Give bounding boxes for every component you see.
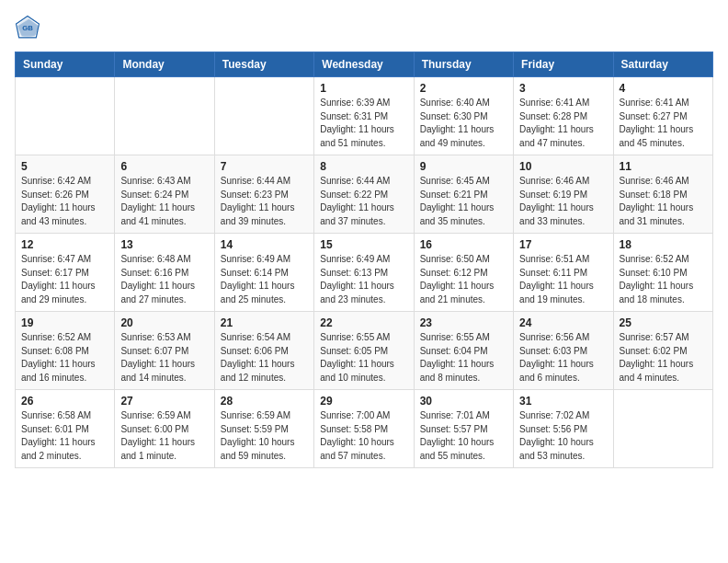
calendar-cell: 15Sunrise: 6:49 AMSunset: 6:13 PMDayligh… <box>314 234 414 312</box>
day-number: 3 <box>519 82 607 95</box>
day-number: 17 <box>519 238 607 251</box>
day-number: 27 <box>120 395 208 408</box>
calendar-cell: 2Sunrise: 6:40 AMSunset: 6:30 PMDaylight… <box>414 77 513 155</box>
day-number: 16 <box>420 238 507 251</box>
day-info: Sunrise: 6:49 AMSunset: 6:13 PMDaylight:… <box>320 253 407 306</box>
day-info: Sunrise: 6:41 AMSunset: 6:27 PMDaylight:… <box>620 97 707 150</box>
day-number: 23 <box>420 316 507 329</box>
calendar-cell <box>16 77 115 155</box>
day-info: Sunrise: 6:55 AMSunset: 6:05 PMDaylight:… <box>320 331 407 385</box>
day-number: 24 <box>519 316 607 329</box>
day-info: Sunrise: 6:44 AMSunset: 6:22 PMDaylight:… <box>320 175 407 228</box>
calendar-cell: 7Sunrise: 6:44 AMSunset: 6:23 PMDaylight… <box>214 155 313 234</box>
calendar-cell: 4Sunrise: 6:41 AMSunset: 6:27 PMDaylight… <box>613 77 712 155</box>
day-info: Sunrise: 6:47 AMSunset: 6:17 PMDaylight:… <box>21 253 108 306</box>
day-number: 12 <box>21 238 108 251</box>
calendar-cell: 23Sunrise: 6:55 AMSunset: 6:04 PMDayligh… <box>414 312 513 390</box>
day-number: 25 <box>620 316 707 329</box>
calendar-cell: 18Sunrise: 6:52 AMSunset: 6:10 PMDayligh… <box>613 234 712 312</box>
day-header-monday: Monday <box>115 52 214 77</box>
day-number: 28 <box>221 395 308 408</box>
calendar-cell: 14Sunrise: 6:49 AMSunset: 6:14 PMDayligh… <box>214 234 313 312</box>
day-number: 11 <box>620 160 707 173</box>
day-info: Sunrise: 7:02 AMSunset: 5:56 PMDaylight:… <box>519 409 607 463</box>
day-info: Sunrise: 6:44 AMSunset: 6:23 PMDaylight:… <box>221 175 308 228</box>
calendar-cell: 16Sunrise: 6:50 AMSunset: 6:12 PMDayligh… <box>414 234 513 312</box>
calendar-cell: 19Sunrise: 6:52 AMSunset: 6:08 PMDayligh… <box>16 312 115 390</box>
calendar-cell: 24Sunrise: 6:56 AMSunset: 6:03 PMDayligh… <box>514 312 613 390</box>
day-number: 13 <box>120 238 208 251</box>
calendar-cell: 20Sunrise: 6:53 AMSunset: 6:07 PMDayligh… <box>115 312 214 390</box>
logo-icon: GB <box>15 15 40 40</box>
day-info: Sunrise: 6:46 AMSunset: 6:18 PMDaylight:… <box>620 175 707 228</box>
day-info: Sunrise: 6:59 AMSunset: 6:00 PMDaylight:… <box>120 409 208 463</box>
calendar-cell: 25Sunrise: 6:57 AMSunset: 6:02 PMDayligh… <box>613 312 712 390</box>
day-info: Sunrise: 6:53 AMSunset: 6:07 PMDaylight:… <box>120 331 208 385</box>
day-number: 14 <box>221 238 308 251</box>
day-number: 29 <box>320 395 407 408</box>
calendar-cell: 10Sunrise: 6:46 AMSunset: 6:19 PMDayligh… <box>514 155 613 234</box>
calendar-cell <box>613 390 712 468</box>
calendar-cell: 8Sunrise: 6:44 AMSunset: 6:22 PMDaylight… <box>314 155 414 234</box>
day-info: Sunrise: 6:48 AMSunset: 6:16 PMDaylight:… <box>120 253 208 306</box>
calendar-cell: 11Sunrise: 6:46 AMSunset: 6:18 PMDayligh… <box>613 155 712 234</box>
calendar-cell: 27Sunrise: 6:59 AMSunset: 6:00 PMDayligh… <box>115 390 214 468</box>
day-number: 1 <box>320 82 407 95</box>
day-info: Sunrise: 6:42 AMSunset: 6:26 PMDaylight:… <box>21 175 108 228</box>
day-header-tuesday: Tuesday <box>214 52 313 77</box>
calendar-week-1: 1Sunrise: 6:39 AMSunset: 6:31 PMDaylight… <box>16 77 713 155</box>
day-info: Sunrise: 6:43 AMSunset: 6:24 PMDaylight:… <box>120 175 208 228</box>
calendar-cell: 3Sunrise: 6:41 AMSunset: 6:28 PMDaylight… <box>514 77 613 155</box>
calendar-cell: 21Sunrise: 6:54 AMSunset: 6:06 PMDayligh… <box>214 312 313 390</box>
day-info: Sunrise: 6:46 AMSunset: 6:19 PMDaylight:… <box>519 175 607 228</box>
calendar-cell: 1Sunrise: 6:39 AMSunset: 6:31 PMDaylight… <box>314 77 414 155</box>
day-info: Sunrise: 6:41 AMSunset: 6:28 PMDaylight:… <box>519 97 607 150</box>
calendar-cell: 12Sunrise: 6:47 AMSunset: 6:17 PMDayligh… <box>16 234 115 312</box>
day-header-wednesday: Wednesday <box>314 52 414 77</box>
calendar-week-4: 19Sunrise: 6:52 AMSunset: 6:08 PMDayligh… <box>16 312 713 390</box>
day-number: 22 <box>320 316 407 329</box>
calendar-table: SundayMondayTuesdayWednesdayThursdayFrid… <box>15 52 713 468</box>
day-number: 15 <box>320 238 407 251</box>
calendar-cell: 26Sunrise: 6:58 AMSunset: 6:01 PMDayligh… <box>16 390 115 468</box>
day-number: 7 <box>221 160 308 173</box>
day-info: Sunrise: 6:56 AMSunset: 6:03 PMDaylight:… <box>519 331 607 385</box>
day-number: 19 <box>21 316 108 329</box>
calendar-cell: 31Sunrise: 7:02 AMSunset: 5:56 PMDayligh… <box>514 390 613 468</box>
day-info: Sunrise: 6:40 AMSunset: 6:30 PMDaylight:… <box>420 97 507 150</box>
calendar-cell <box>115 77 214 155</box>
day-number: 18 <box>620 238 707 251</box>
logo: GB <box>15 15 44 40</box>
day-info: Sunrise: 6:57 AMSunset: 6:02 PMDaylight:… <box>620 331 707 385</box>
day-number: 2 <box>420 82 507 95</box>
day-number: 8 <box>320 160 407 173</box>
day-info: Sunrise: 6:58 AMSunset: 6:01 PMDaylight:… <box>21 409 108 463</box>
day-info: Sunrise: 6:49 AMSunset: 6:14 PMDaylight:… <box>221 253 308 306</box>
day-number: 5 <box>21 160 108 173</box>
day-number: 31 <box>519 395 607 408</box>
calendar-header-row: SundayMondayTuesdayWednesdayThursdayFrid… <box>16 52 713 77</box>
calendar-cell: 30Sunrise: 7:01 AMSunset: 5:57 PMDayligh… <box>414 390 513 468</box>
calendar-cell: 29Sunrise: 7:00 AMSunset: 5:58 PMDayligh… <box>314 390 414 468</box>
calendar-cell: 22Sunrise: 6:55 AMSunset: 6:05 PMDayligh… <box>314 312 414 390</box>
day-header-saturday: Saturday <box>613 52 712 77</box>
day-number: 4 <box>620 82 707 95</box>
day-info: Sunrise: 6:59 AMSunset: 5:59 PMDaylight:… <box>221 409 308 463</box>
day-number: 30 <box>420 395 507 408</box>
day-info: Sunrise: 7:00 AMSunset: 5:58 PMDaylight:… <box>320 409 407 463</box>
day-number: 26 <box>21 395 108 408</box>
day-info: Sunrise: 6:52 AMSunset: 6:10 PMDaylight:… <box>620 253 707 306</box>
calendar-cell: 5Sunrise: 6:42 AMSunset: 6:26 PMDaylight… <box>16 155 115 234</box>
calendar-week-2: 5Sunrise: 6:42 AMSunset: 6:26 PMDaylight… <box>16 155 713 234</box>
day-info: Sunrise: 6:51 AMSunset: 6:11 PMDaylight:… <box>519 253 607 306</box>
calendar-cell: 17Sunrise: 6:51 AMSunset: 6:11 PMDayligh… <box>514 234 613 312</box>
day-info: Sunrise: 6:55 AMSunset: 6:04 PMDaylight:… <box>420 331 507 385</box>
svg-text:GB: GB <box>22 24 33 32</box>
calendar-cell: 6Sunrise: 6:43 AMSunset: 6:24 PMDaylight… <box>115 155 214 234</box>
day-info: Sunrise: 6:54 AMSunset: 6:06 PMDaylight:… <box>221 331 308 385</box>
page-header: GB <box>15 15 713 40</box>
day-header-thursday: Thursday <box>414 52 513 77</box>
day-info: Sunrise: 6:50 AMSunset: 6:12 PMDaylight:… <box>420 253 507 306</box>
calendar-cell: 13Sunrise: 6:48 AMSunset: 6:16 PMDayligh… <box>115 234 214 312</box>
day-info: Sunrise: 7:01 AMSunset: 5:57 PMDaylight:… <box>420 409 507 463</box>
